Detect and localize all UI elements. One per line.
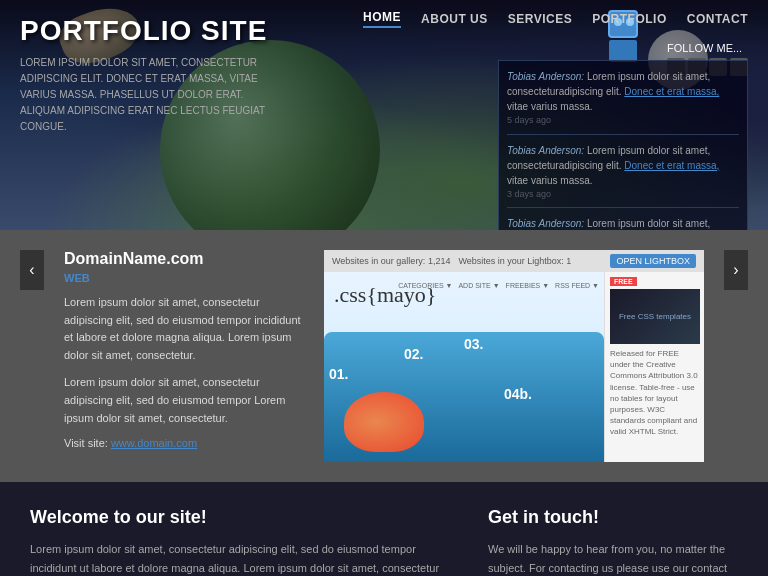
freebie-desc: Released for FREE under the Creative Com… bbox=[610, 348, 699, 438]
welcome-title: Welcome to our site! bbox=[30, 507, 448, 528]
contact-title: Get in touch! bbox=[488, 507, 738, 528]
testimonials-box: Tobias Anderson: Lorem ipsum dolor sit a… bbox=[498, 60, 748, 230]
num-03: 03. bbox=[464, 336, 483, 352]
domain-para2: Lorem ipsum dolor sit amet, consectetur … bbox=[64, 374, 304, 427]
gallery-count: Websites in our gallery: 1,214 bbox=[332, 256, 450, 266]
testimonial-2: Tobias Anderson: Lorem ipsum dolor sit a… bbox=[507, 143, 739, 209]
cat-2[interactable]: ADD SITE ▼ bbox=[458, 282, 499, 289]
gallery-box: Websites in our gallery: 1,214 Websites … bbox=[324, 250, 704, 462]
testimonial-1-after: vitae varius massa. bbox=[507, 101, 593, 112]
visit-label: Visit site: bbox=[64, 437, 108, 449]
testimonial-2-after: vitae varius massa. bbox=[507, 175, 593, 186]
freebie-label: Free CSS templates bbox=[619, 312, 691, 321]
robot-body bbox=[609, 40, 637, 62]
testimonial-1-author: Tobias Anderson: bbox=[507, 71, 584, 82]
gallery-topbar: Websites in our gallery: 1,214 Websites … bbox=[324, 250, 704, 272]
nav-contact[interactable]: CONTACT bbox=[687, 12, 748, 26]
freebie-image: Free CSS templates bbox=[610, 289, 700, 344]
free-badge: FREE bbox=[610, 277, 637, 286]
follow-label: FOLLOW ME... bbox=[667, 42, 748, 54]
prev-arrow[interactable]: ‹ bbox=[20, 250, 44, 290]
hero-subtitle: LOREM IPSUM DOLOR SIT AMET, CONSECTETUR … bbox=[20, 55, 280, 135]
gallery-sidebar: FREE Free CSS templates Released for FRE… bbox=[604, 272, 704, 462]
gallery-categories: CATEGORIES ▼ ADD SITE ▼ FREEBIES ▼ RSS F… bbox=[398, 282, 599, 289]
gallery-content: .css{mayo} CATEGORIES ▼ ADD SITE ▼ FREEB… bbox=[324, 272, 704, 462]
cat-4[interactable]: RSS FEED ▼ bbox=[555, 282, 599, 289]
cat-3[interactable]: FREEBIES ▼ bbox=[506, 282, 550, 289]
domain-info: DomainName.com WEB Lorem ipsum dolor sit… bbox=[64, 250, 304, 462]
testimonial-1-link[interactable]: Donec et erat massa, bbox=[624, 86, 719, 97]
middle-section: ‹ DomainName.com WEB Lorem ipsum dolor s… bbox=[0, 230, 768, 482]
num-04: 04b. bbox=[504, 386, 532, 402]
contact-block: Get in touch! We will be happy to hear f… bbox=[488, 507, 738, 576]
welcome-body: Lorem ipsum dolor sit amet, consectetur … bbox=[30, 540, 448, 576]
gallery-lightbox: Websites in your Lightbox: 1 bbox=[458, 256, 571, 266]
num-02: 02. bbox=[404, 346, 423, 362]
cat-1[interactable]: CATEGORIES ▼ bbox=[398, 282, 452, 289]
testimonial-2-link[interactable]: Donec et erat massa, bbox=[624, 160, 719, 171]
testimonial-3-author: Tobias Anderson: bbox=[507, 218, 584, 229]
nav-portfolio[interactable]: PORTFOLIO bbox=[592, 12, 667, 26]
testimonial-2-author: Tobias Anderson: bbox=[507, 145, 584, 156]
testimonial-1: Tobias Anderson: Lorem ipsum dolor sit a… bbox=[507, 69, 739, 135]
contact-body: We will be happy to hear from you, no ma… bbox=[488, 540, 738, 576]
navigation: HOME ABOUT US SERVICES PORTFOLIO CONTACT bbox=[0, 0, 768, 38]
hero-section: HOME ABOUT US SERVICES PORTFOLIO CONTACT… bbox=[0, 0, 768, 230]
gallery-fish bbox=[344, 392, 424, 452]
nav-home[interactable]: HOME bbox=[363, 10, 401, 28]
gallery-main: .css{mayo} CATEGORIES ▼ ADD SITE ▼ FREEB… bbox=[324, 272, 604, 462]
nav-services[interactable]: SERVICES bbox=[508, 12, 572, 26]
testimonial-3: Tobias Anderson: Lorem ipsum dolor sit a… bbox=[507, 216, 739, 230]
visit-link[interactable]: www.domain.com bbox=[111, 437, 197, 449]
domain-para1: Lorem ipsum dolor sit amet, consectetur … bbox=[64, 294, 304, 364]
num-01: 01. bbox=[329, 366, 348, 382]
open-lightbox-btn[interactable]: OPEN LIGHTBOX bbox=[610, 254, 696, 268]
visit-site: Visit site: www.domain.com bbox=[64, 437, 304, 449]
testimonial-1-time: 5 days ago bbox=[507, 114, 739, 128]
domain-sub: WEB bbox=[64, 272, 304, 284]
gallery-ocean: 01. 02. 03. 04b. bbox=[324, 332, 604, 462]
nav-about[interactable]: ABOUT US bbox=[421, 12, 488, 26]
bottom-section: Welcome to our site! Lorem ipsum dolor s… bbox=[0, 482, 768, 576]
next-arrow[interactable]: › bbox=[724, 250, 748, 290]
domain-title: DomainName.com bbox=[64, 250, 304, 268]
welcome-block: Welcome to our site! Lorem ipsum dolor s… bbox=[30, 507, 448, 576]
testimonial-2-time: 3 days ago bbox=[507, 188, 739, 202]
